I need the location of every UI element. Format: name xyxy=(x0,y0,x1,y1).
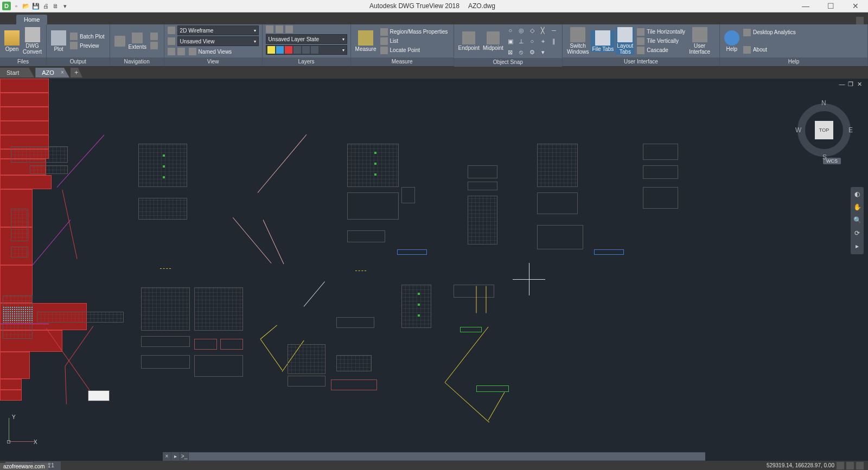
nv1-icon[interactable] xyxy=(168,48,175,55)
pan-button[interactable] xyxy=(113,36,126,47)
maximize-button[interactable]: ☐ xyxy=(818,0,843,12)
window-title: Autodesk DWG TrueView 2018 AZO.dwg xyxy=(72,2,793,10)
snap-perp-icon[interactable]: ⊥ xyxy=(516,36,526,46)
snap-tangent-icon[interactable]: ○ xyxy=(527,36,537,46)
close-tab-icon[interactable]: × xyxy=(61,69,64,75)
dwg-convert-button[interactable]: DWG Convert xyxy=(22,27,43,55)
visual-style-icon xyxy=(168,27,175,34)
drawing-canvas[interactable]: — ❐ ✕ TOP N S E W WCS ◐ ✋ 🔍 ⟳ ▸ Y X xyxy=(0,79,868,452)
snap-center-icon[interactable]: ○ xyxy=(506,25,515,35)
batch-plot-button[interactable]: Batch Plot xyxy=(68,32,106,41)
nav-pan-icon[interactable]: ✋ xyxy=(853,203,861,212)
visual-style-dropdown[interactable]: 2D Wireframe▾ xyxy=(177,25,259,35)
snap-parallel-icon[interactable]: ∥ xyxy=(549,36,559,46)
layer-state-dropdown[interactable]: Unsaved Layer State▾ xyxy=(266,34,347,44)
endpoint-button[interactable]: Endpoint xyxy=(457,31,481,51)
nav-showmotion-icon[interactable]: ▸ xyxy=(853,242,861,251)
measure-button[interactable]: Measure xyxy=(354,30,378,52)
ribbon-tab-home[interactable]: Home xyxy=(16,15,47,24)
nav-orbit-icon[interactable]: ⟳ xyxy=(853,229,861,238)
qat-print-icon[interactable]: 🖨 xyxy=(41,2,50,10)
snap-quadrant-icon[interactable]: ◇ xyxy=(527,25,537,35)
named-views-button[interactable]: Named Views xyxy=(187,47,234,56)
cmd-close-icon[interactable]: × xyxy=(163,452,171,461)
doc-restore-icon[interactable]: ❐ xyxy=(847,81,854,87)
add-tab-button[interactable]: + xyxy=(71,68,82,78)
nav-wheel-icon[interactable]: ◐ xyxy=(853,190,861,199)
help-button[interactable]: Help xyxy=(723,30,741,52)
zoom-button[interactable] xyxy=(149,41,159,50)
app-logo[interactable]: D xyxy=(2,2,11,10)
region-icon xyxy=(380,28,388,36)
snap-node-icon[interactable]: ◎ xyxy=(516,25,526,35)
extents-button[interactable]: Extents xyxy=(127,33,148,50)
snap-extension-icon[interactable]: ─ xyxy=(549,25,559,35)
panel-output: Plot Batch Plot Preview Output xyxy=(47,24,110,66)
tile-horizontally-button[interactable]: Tile Horizontally xyxy=(635,28,687,36)
switch-windows-button[interactable]: Switch Windows xyxy=(566,27,590,55)
layout-tabs-toggle[interactable]: Layout Tabs xyxy=(616,27,634,55)
about-button[interactable]: About xyxy=(742,46,797,54)
qat-more-icon[interactable]: ▾ xyxy=(61,2,69,10)
snap-more-icon[interactable]: ▾ xyxy=(538,47,548,57)
panel-navigation-title[interactable]: Navigation xyxy=(110,57,164,66)
snap-insertion-icon[interactable]: ▣ xyxy=(506,36,515,46)
panel-measure: Measure Region/Mass Properties List Loca… xyxy=(351,24,454,66)
cmd-history-icon[interactable]: ▸ xyxy=(171,452,180,461)
panel-layers-title[interactable]: Layers xyxy=(263,57,350,66)
plot-button[interactable]: Plot xyxy=(50,30,67,52)
region-mass-button[interactable]: Region/Mass Properties xyxy=(379,28,450,36)
panel-ui-title[interactable]: User Interface xyxy=(563,57,719,66)
file-tabs-toggle[interactable]: File Tabs xyxy=(591,30,615,52)
status-settings-icon[interactable] xyxy=(856,462,864,469)
command-input[interactable] xyxy=(189,453,705,460)
qat-save-icon[interactable]: 💾 xyxy=(31,2,40,10)
named-view-dropdown[interactable]: Unsaved View▾ xyxy=(177,36,259,46)
snap-intersection-icon[interactable]: ╳ xyxy=(538,25,548,35)
list-button[interactable]: List xyxy=(379,37,450,46)
file-tab-azo[interactable]: AZO× xyxy=(35,68,69,78)
snap-nearest-icon[interactable]: ⌖ xyxy=(538,36,548,46)
panel-measure-title[interactable]: Measure xyxy=(351,57,454,66)
layer-state-icon[interactable] xyxy=(266,25,273,33)
locate-point-button[interactable]: Locate Point xyxy=(379,46,450,55)
close-button[interactable]: ✕ xyxy=(843,0,868,12)
doc-minimize-icon[interactable]: — xyxy=(839,81,845,87)
qat-open-icon[interactable]: 📂 xyxy=(22,2,30,10)
panel-osnap-title[interactable]: Object Snap xyxy=(454,58,562,67)
minimize-button[interactable]: — xyxy=(793,0,818,12)
file-tab-start[interactable]: Start xyxy=(0,68,34,78)
midpoint-button[interactable]: Midpoint xyxy=(482,31,505,51)
panel-view-title[interactable]: View xyxy=(164,57,262,66)
desktop-analytics-button[interactable]: Desktop Analytics xyxy=(742,28,797,37)
view-cube[interactable]: TOP N S E W xyxy=(794,89,854,165)
snap-modes-grid: ○ ◎ ◇ ╳ ─ ▣ ⊥ ○ ⌖ ∥ ⊠ ⦸ ⚙ ▾ xyxy=(506,25,559,57)
panel-help-title[interactable]: Help xyxy=(720,57,867,66)
viewcube-top-face[interactable]: TOP xyxy=(815,121,833,139)
open-button[interactable]: Open xyxy=(3,30,21,52)
cascade-button[interactable]: Cascade xyxy=(635,46,687,55)
user-interface-button[interactable]: User Interface xyxy=(688,27,711,55)
pan-icon xyxy=(114,36,125,47)
panel-files-title[interactable]: Files xyxy=(0,57,46,66)
snap-apparent-icon[interactable]: ⊠ xyxy=(506,47,515,57)
ls3-icon[interactable] xyxy=(285,25,293,33)
orbit-button[interactable] xyxy=(149,32,159,41)
nv2-icon[interactable] xyxy=(177,48,185,55)
tile-vertically-button[interactable]: Tile Vertically xyxy=(635,37,687,46)
doc-close-icon[interactable]: ✕ xyxy=(856,81,863,87)
nav-zoom-icon[interactable]: 🔍 xyxy=(853,216,861,225)
panel-output-title[interactable]: Output xyxy=(47,57,110,66)
preview-button[interactable]: Preview xyxy=(68,41,106,50)
snap-none-icon[interactable]: ⦸ xyxy=(516,47,526,57)
ribbon-extra-icon[interactable] xyxy=(856,17,864,24)
status-snap-icon[interactable] xyxy=(846,462,854,469)
status-grid-icon[interactable] xyxy=(837,462,844,469)
snap-settings-icon[interactable]: ⚙ xyxy=(527,47,537,57)
qat-preview-icon[interactable]: 🗎 xyxy=(51,2,60,10)
layer-dropdown[interactable]: ▾ xyxy=(266,45,347,55)
swatch-icon xyxy=(285,46,292,54)
qat-new-icon[interactable]: ▫ xyxy=(12,2,21,10)
swatch-icon xyxy=(267,46,275,54)
ls2-icon[interactable] xyxy=(276,25,283,33)
